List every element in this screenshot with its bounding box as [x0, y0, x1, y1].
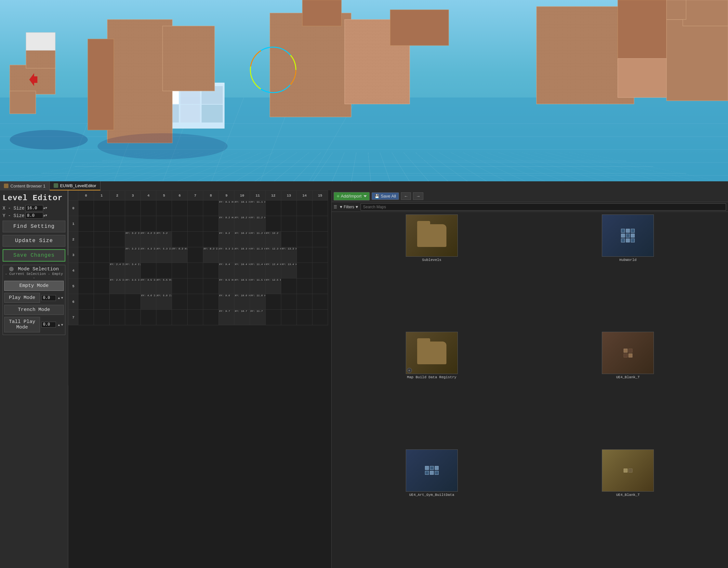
grid-cell-r3-c0[interactable]	[78, 247, 94, 263]
grid-cell-r2-c7[interactable]	[188, 232, 203, 247]
grid-cell-r7-c12[interactable]	[266, 310, 281, 325]
grid-cell-r5-c11[interactable]: XY: 11.5 H: 91	[250, 279, 266, 294]
grid-cell-r4-c14[interactable]	[297, 263, 312, 279]
grid-cell-r0-c3[interactable]	[125, 201, 141, 216]
grid-cell-r0-c1[interactable]	[94, 201, 110, 216]
grid-cell-r3-c6[interactable]: XY: 6.3 H: 0	[172, 247, 188, 263]
grid-cell-r2-c1[interactable]	[94, 232, 110, 247]
grid-cell-r3-c8[interactable]: XY: 8.3 I: 57 H: 0	[203, 247, 219, 263]
grid-cell-r4-c1[interactable]	[94, 263, 110, 279]
grid-cell-r2-c5[interactable]: XY: 5.2	[156, 232, 172, 247]
tall-play-mode-value[interactable]	[41, 322, 56, 327]
grid-cell-r4-c2[interactable]: XY: 2.4 I: 67 H: 0	[110, 263, 125, 279]
grid-cell-r4-c3[interactable]: XY: 3.4 I: 68 H: 0	[125, 263, 141, 279]
grid-cell-r5-c13[interactable]	[281, 279, 297, 294]
grid-cell-r0-c7[interactable]	[188, 201, 203, 216]
grid-cell-r6-c7[interactable]	[188, 294, 203, 310]
grid-cell-r1-c10[interactable]: XY: 10.2 H: 0	[234, 216, 250, 232]
grid-cell-r5-c6[interactable]	[172, 279, 188, 294]
grid-cell-r6-c0[interactable]	[78, 294, 94, 310]
y-size-input[interactable]	[25, 213, 43, 219]
grid-cell-r3-c1[interactable]	[94, 247, 110, 263]
grid-cell-r4-c11[interactable]: XY: 11.4 H: 77	[250, 263, 266, 279]
grid-cell-r7-c5[interactable]	[156, 310, 172, 325]
grid-cell-r6-c11[interactable]: XY: 11.6 H: 6	[250, 294, 266, 310]
content-item-sublevels[interactable]: Sublevels	[334, 215, 529, 330]
grid-cell-r6-c8[interactable]	[203, 294, 219, 310]
grid-cell-r4-c8[interactable]	[203, 263, 219, 279]
tab-euwb-level-editor[interactable]: EUWB_LevelEditor	[50, 181, 100, 191]
grid-cell-r0-c12[interactable]	[266, 201, 281, 216]
grid-cell-r1-c12[interactable]	[266, 216, 281, 232]
grid-cell-r2-c9[interactable]: XY: 9.2	[219, 232, 234, 247]
grid-cell-r2-c15[interactable]	[312, 232, 328, 247]
grid-cell-r7-c2[interactable]	[110, 310, 125, 325]
grid-cell-r6-c9[interactable]: XY: 9.6	[219, 294, 234, 310]
content-item-hubworld[interactable]: HubWorld	[531, 215, 726, 330]
grid-cell-r5-c5[interactable]: XY: 5.5 H: 0	[156, 279, 172, 294]
grid-cell-r4-c15[interactable]	[312, 263, 328, 279]
grid-cell-r3-c4[interactable]: XY: 4.3 I: 53 H: 0	[141, 247, 156, 263]
grid-cell-r7-c1[interactable]	[94, 310, 110, 325]
grid-cell-r5-c14[interactable]	[297, 279, 312, 294]
grid-cell-r5-c8[interactable]	[203, 279, 219, 294]
forward-button[interactable]: →	[413, 192, 423, 200]
grid-cell-r0-c2[interactable]	[110, 201, 125, 216]
grid-cell-r4-c13[interactable]: XY: 13.4 H: 77	[281, 263, 297, 279]
grid-cell-r5-c0[interactable]	[78, 279, 94, 294]
y-spinner[interactable]: ▲▼	[43, 214, 47, 218]
grid-cell-r3-c11[interactable]: XY: 11.3 H: 3	[250, 247, 266, 263]
tall-play-mode-button[interactable]: Tall Play Mode	[4, 317, 40, 332]
grid-cell-r0-c13[interactable]	[281, 201, 297, 216]
grid-cell-r1-c9[interactable]: XY: 9.2 H: 0	[219, 216, 234, 232]
trench-mode-button[interactable]: Trench Mode	[4, 305, 64, 315]
grid-cell-r0-c14[interactable]	[297, 201, 312, 216]
grid-cell-r2-c8[interactable]	[203, 232, 219, 247]
grid-cell-r4-c12[interactable]: XY: 12.4 H: 77	[266, 263, 281, 279]
grid-cell-r2-c12[interactable]: XY: 12.2	[266, 232, 281, 247]
play-mode-spinner[interactable]: ▲▼	[57, 296, 64, 299]
grid-cell-r1-c2[interactable]	[110, 216, 125, 232]
grid-cell-r0-c4[interactable]	[141, 201, 156, 216]
grid-cell-r6-c3[interactable]	[125, 294, 141, 310]
grid-cell-r7-c13[interactable]	[281, 310, 297, 325]
grid-cell-r7-c4[interactable]	[141, 310, 156, 325]
grid-cell-r6-c15[interactable]	[312, 294, 328, 310]
content-item-ue4-blank-2[interactable]: UE4_Blank_T	[531, 449, 726, 565]
grid-cell-r4-c7[interactable]	[188, 263, 203, 279]
grid-cell-r5-c3[interactable]: XY: 3.5 I: 84 H: 0	[125, 279, 141, 294]
grid-cell-r0-c15[interactable]	[312, 201, 328, 216]
grid-cell-r1-c5[interactable]	[156, 216, 172, 232]
grid-cell-r6-c2[interactable]	[110, 294, 125, 310]
grid-cell-r5-c2[interactable]: XY: 2.5 I: 83 H: 0	[110, 279, 125, 294]
update-size-button[interactable]: Update Size	[3, 235, 65, 247]
grid-cell-r2-c3[interactable]: XY: 3.2 I: 36 H: 0	[125, 232, 141, 247]
grid-cell-r2-c14[interactable]	[297, 232, 312, 247]
grid-cell-r1-c4[interactable]	[141, 216, 156, 232]
grid-cell-r6-c1[interactable]	[94, 294, 110, 310]
grid-cell-r1-c11[interactable]: XY: 11.2 H: 0	[250, 216, 266, 232]
grid-cell-r7-c8[interactable]	[203, 310, 219, 325]
grid-cell-r5-c15[interactable]	[312, 279, 328, 294]
grid-container[interactable]: 0123456789101112131415 0XY: 9.1 H: 27XY:…	[68, 191, 331, 568]
grid-cell-r4-c10[interactable]: XY: 10.4 H: 4	[234, 263, 250, 279]
grid-cell-r6-c6[interactable]	[172, 294, 188, 310]
grid-cell-r7-c10[interactable]: XY: 10.7	[234, 310, 250, 325]
grid-cell-r3-c5[interactable]: XY: 5.3 I: 54 H: 0	[156, 247, 172, 263]
empty-mode-button[interactable]: Empty Mode	[4, 281, 64, 291]
grid-cell-r7-c3[interactable]	[125, 310, 141, 325]
grid-cell-r2-c10[interactable]: XY: 10.2 H: 43	[234, 232, 250, 247]
grid-cell-r4-c9[interactable]: XY: 9.4	[219, 263, 234, 279]
grid-cell-r2-c6[interactable]	[172, 232, 188, 247]
grid-cell-r6-c10[interactable]: XY: 10.6 H: 6	[234, 294, 250, 310]
find-setting-button[interactable]: Find Setting	[3, 221, 65, 232]
grid-cell-r3-c13[interactable]: XY: 13.3 H: 3	[281, 247, 297, 263]
grid-cell-r6-c5[interactable]: XY: 5.6 I: 102 H: 0	[156, 294, 172, 310]
grid-cell-r4-c4[interactable]	[141, 263, 156, 279]
grid-cell-r1-c8[interactable]	[203, 216, 219, 232]
grid-cell-r7-c14[interactable]	[297, 310, 312, 325]
grid-cell-r0-c11[interactable]: XY: 11.1 H: 28	[250, 201, 266, 216]
grid-cell-r2-c13[interactable]	[281, 232, 297, 247]
grid-cell-r4-c0[interactable]	[78, 263, 94, 279]
grid-cell-r3-c7[interactable]	[188, 247, 203, 263]
